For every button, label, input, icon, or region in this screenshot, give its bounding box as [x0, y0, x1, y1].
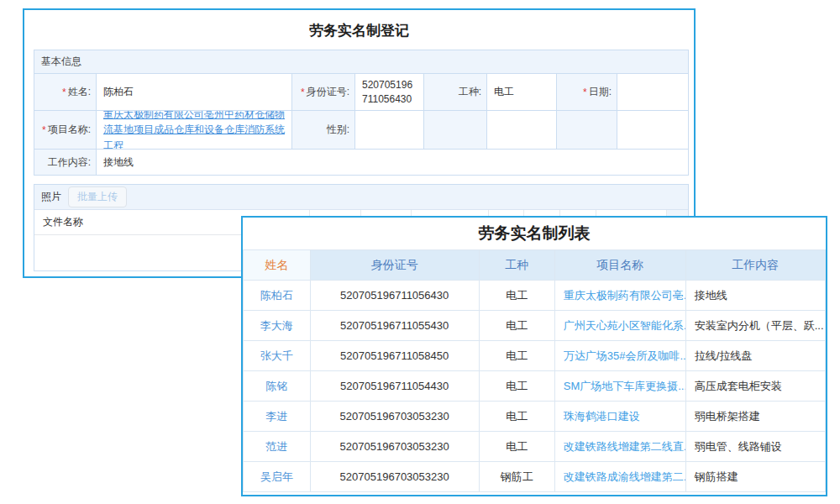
form-title: 劳务实名制登记	[24, 10, 694, 48]
basic-info-section: 基本信息 *姓名: 陈柏石 *身份证号: 520705196711056430 …	[34, 50, 689, 176]
work-content-cell: 高压成套电柜安装	[685, 371, 825, 402]
work-content-cell: 安装室内分机（平层、跃...	[685, 311, 825, 341]
project-link[interactable]: 万达广场35#会所及咖啡...	[564, 349, 685, 362]
name-link[interactable]: 范进	[265, 440, 287, 453]
gender-field[interactable]	[355, 111, 424, 149]
required-mark: *	[301, 87, 305, 98]
id-number-cell: 520705196703053230	[310, 462, 479, 492]
work-content-cell: 弱电桥架搭建	[685, 402, 825, 432]
id-number-cell: 520705196711054430	[310, 371, 479, 402]
project-label: *项目名称:	[34, 111, 97, 149]
table-row: 陈柏石520705196711056430电工重庆太极制药有限公司亳...接地线	[244, 281, 826, 311]
batch-upload-button[interactable]: 批量上传	[68, 186, 127, 207]
name-cell: 陈柏石	[244, 281, 311, 311]
work-content-cell: 弱电管、线路铺设	[685, 432, 825, 462]
column-header-project: 项目名称	[554, 250, 685, 281]
screen: 劳务实名制登记 基本信息 *姓名: 陈柏石 *身份证号: 52070519671…	[0, 0, 840, 504]
name-link[interactable]: 陈铭	[265, 380, 287, 392]
work-type-cell: 电工	[479, 432, 554, 462]
column-header-work-type: 工种	[479, 250, 554, 281]
name-cell: 范进	[244, 432, 311, 462]
form-row-3: 工作内容: 接地线	[34, 150, 688, 175]
required-mark: *	[583, 87, 587, 98]
project-cell: 珠海鹤港口建设	[554, 402, 685, 432]
dialog-title: 劳务实名制列表	[243, 218, 826, 249]
column-header-name: 姓名	[244, 250, 311, 281]
work-type-cell: 电工	[479, 371, 554, 402]
project-link[interactable]: 改建铁路线增建第二线直...	[564, 440, 685, 453]
id-number-cell: 520705196703053230	[310, 432, 479, 462]
name-link[interactable]: 张大千	[260, 349, 293, 362]
project-cell: 广州天心苑小区智能化系...	[554, 311, 685, 341]
table-row: 吴启年520705196703053230钢筋工改建铁路成渝线增建第二...钢筋…	[244, 462, 826, 492]
name-field[interactable]: 陈柏石	[97, 74, 292, 110]
work-content-cell: 拉线/拉线盘	[685, 341, 825, 371]
photo-label: 照片	[41, 190, 61, 204]
id-number-cell: 520705196711056430	[310, 281, 479, 311]
form-row-2: *项目名称: 重庆太极制药有限公司亳州中药材仓储物流基地项目成品仓库和设备仓库消…	[34, 111, 688, 150]
project-link[interactable]: 重庆太极制药有限公司亳州中药材仓储物流基地项目成品仓库和设备仓库消防系统工程	[103, 111, 285, 149]
date-field[interactable]	[617, 74, 688, 110]
work-type-cell: 电工	[479, 341, 554, 371]
work-content-cell: 钢筋搭建	[685, 462, 825, 492]
empty-label-cell	[424, 111, 487, 149]
work-content-field[interactable]: 接地线	[97, 150, 688, 175]
name-label: *姓名:	[34, 74, 97, 110]
project-link[interactable]: 改建铁路成渝线增建第二...	[564, 470, 685, 483]
name-cell: 张大千	[244, 341, 311, 371]
name-link[interactable]: 吴启年	[260, 470, 293, 483]
empty-value-cell	[617, 111, 688, 149]
labor-list-table: 姓名 身份证号 工种 项目名称 工作内容 陈柏石5207051967110564…	[243, 249, 826, 492]
table-header-row: 姓名 身份证号 工种 项目名称 工作内容	[244, 250, 826, 281]
project-link[interactable]: 广州天心苑小区智能化系...	[564, 319, 685, 332]
list-dialog: 劳务实名制列表 姓名 身份证号 工种 项目名称 工作内容 陈柏石52070519…	[241, 216, 827, 496]
required-mark: *	[62, 87, 66, 98]
project-cell: 改建铁路线增建第二线直...	[554, 432, 685, 462]
project-link[interactable]: SM广场地下车库更换摄...	[564, 380, 685, 392]
work-type-cell: 钢筋工	[479, 462, 554, 492]
id-number-cell: 520705196703053230	[310, 402, 479, 432]
table-row: 李进520705196703053230电工珠海鹤港口建设弱电桥架搭建	[244, 402, 826, 432]
project-link[interactable]: 珠海鹤港口建设	[564, 410, 640, 423]
empty-label-cell	[557, 111, 617, 149]
work-type-cell: 电工	[479, 281, 554, 311]
list-table-body: 陈柏石520705196711056430电工重庆太极制药有限公司亳...接地线…	[244, 281, 826, 492]
table-row: 李大海520705196711055430电工广州天心苑小区智能化系...安装室…	[244, 311, 826, 341]
empty-value-cell	[487, 111, 557, 149]
form-row-1: *姓名: 陈柏石 *身份证号: 520705196711056430 工种: 电…	[34, 74, 688, 111]
id-number-label: *身份证号:	[292, 74, 355, 110]
gender-label: 性别:	[292, 111, 355, 149]
name-link[interactable]: 李进	[265, 410, 287, 423]
work-type-cell: 电工	[479, 402, 554, 432]
id-number-cell: 520705196711055430	[310, 311, 479, 341]
project-cell: 改建铁路成渝线增建第二...	[554, 462, 685, 492]
project-field: 重庆太极制药有限公司亳州中药材仓储物流基地项目成品仓库和设备仓库消防系统工程	[97, 111, 292, 149]
project-cell: 万达广场35#会所及咖啡...	[554, 341, 685, 371]
name-cell: 李进	[244, 402, 311, 432]
id-number-field[interactable]: 520705196711056430	[355, 74, 424, 110]
table-row: 张大千520705196711058450电工万达广场35#会所及咖啡...拉线…	[244, 341, 826, 371]
work-type-field[interactable]: 电工	[487, 74, 557, 110]
name-cell: 李大海	[244, 311, 311, 341]
id-number-cell: 520705196711058450	[310, 341, 479, 371]
column-header-id: 身份证号	[310, 250, 479, 281]
table-row: 范进520705196703053230电工改建铁路线增建第二线直...弱电管、…	[244, 432, 826, 462]
work-content-cell: 接地线	[685, 281, 825, 311]
name-link[interactable]: 陈柏石	[260, 289, 293, 302]
name-link[interactable]: 李大海	[260, 319, 293, 332]
work-type-cell: 电工	[479, 311, 554, 341]
name-cell: 吴启年	[244, 462, 311, 492]
date-label: *日期:	[557, 74, 617, 110]
project-link[interactable]: 重庆太极制药有限公司亳...	[564, 289, 685, 302]
column-header-work-content: 工作内容	[685, 250, 825, 281]
basic-info-header: 基本信息	[34, 50, 688, 74]
project-cell: SM广场地下车库更换摄...	[554, 371, 685, 402]
photo-section-header: 照片 批量上传	[34, 185, 688, 210]
table-row: 陈铭520705196711054430电工SM广场地下车库更换摄...高压成套…	[244, 371, 826, 402]
work-content-label: 工作内容:	[34, 150, 97, 175]
name-cell: 陈铭	[244, 371, 311, 402]
project-cell: 重庆太极制药有限公司亳...	[554, 281, 685, 311]
work-type-label: 工种:	[424, 74, 487, 110]
required-mark: *	[42, 124, 46, 136]
